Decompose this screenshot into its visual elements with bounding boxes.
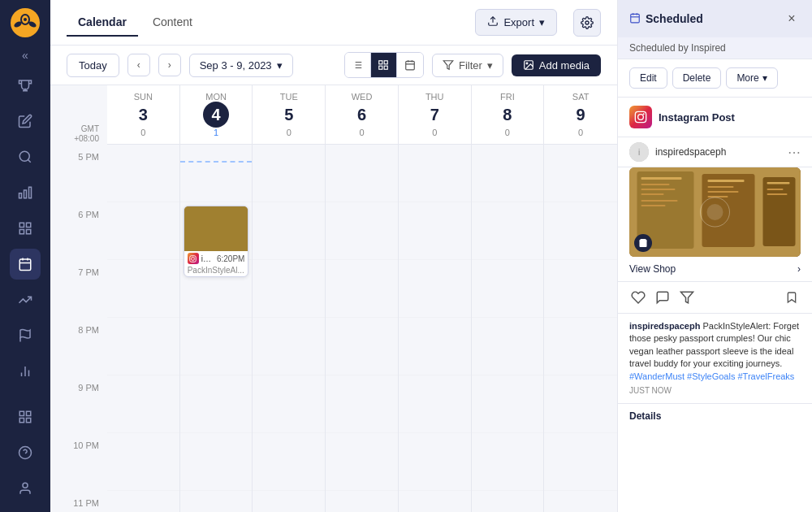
slot-tue-9pm[interactable] [253, 375, 325, 433]
slot-sun-8pm[interactable] [107, 318, 179, 375]
sidebar-item-calendar[interactable] [10, 249, 41, 280]
slot-mon-11pm[interactable] [180, 491, 253, 512]
slot-thu-11pm[interactable] [399, 491, 471, 512]
slot-mon-10pm[interactable] [180, 433, 253, 491]
edit-button[interactable]: Edit [629, 67, 667, 89]
slot-fri-5pm[interactable] [472, 145, 544, 202]
days-body: ins... 6:20PM PackInStyleAl... [107, 145, 617, 512]
slot-wed-5pm[interactable] [326, 145, 398, 202]
slot-thu-10pm[interactable] [399, 433, 471, 491]
slot-wed-8pm[interactable] [326, 318, 398, 375]
account-more-icon[interactable]: ⋯ [788, 145, 801, 160]
slot-thu-9pm[interactable] [399, 375, 471, 433]
sidebar-item-search[interactable] [10, 141, 41, 172]
sidebar-item-user[interactable] [10, 473, 41, 504]
view-shop-bar[interactable]: View Shop › [618, 257, 812, 282]
slot-sat-9pm[interactable] [544, 375, 617, 433]
more-chevron: ▾ [762, 72, 767, 84]
slot-mon-6pm[interactable]: ins... 6:20PM PackInStyleAl... [180, 202, 253, 260]
slot-tue-5pm[interactable] [253, 145, 325, 202]
slot-mon-9pm[interactable] [180, 375, 253, 433]
slot-sun-9pm[interactable] [107, 375, 179, 433]
post-actions [618, 282, 812, 314]
date-range-picker[interactable]: Sep 3 - 9, 2023 ▾ [189, 54, 293, 77]
filter-icon-btn[interactable] [678, 289, 696, 306]
slot-wed-9pm[interactable] [326, 375, 398, 433]
sidebar-item-flag[interactable] [10, 320, 41, 351]
save-button[interactable] [783, 289, 801, 306]
slot-tue-8pm[interactable] [253, 318, 325, 375]
next-button[interactable]: › [158, 54, 181, 76]
slot-fri-7pm[interactable] [472, 260, 544, 318]
slot-sat-11pm[interactable] [544, 491, 617, 512]
day-col-sun [107, 145, 180, 512]
tab-content[interactable]: Content [141, 9, 204, 37]
slot-thu-6pm[interactable] [399, 202, 471, 260]
sidebar-item-trophy[interactable] [10, 70, 41, 101]
current-time-line [180, 161, 253, 163]
slot-sun-5pm[interactable] [107, 145, 179, 202]
svg-rect-87 [767, 189, 784, 190]
slot-fri-8pm[interactable] [472, 318, 544, 375]
slot-fri-11pm[interactable] [472, 491, 544, 512]
sidebar-item-grid[interactable] [10, 213, 41, 244]
sidebar-item-analytics[interactable] [10, 177, 41, 208]
sidebar-item-help[interactable] [10, 437, 41, 468]
app-logo[interactable] [11, 8, 40, 37]
main-content: Calendar Content Export ▾ Today ‹ › Sep … [50, 0, 617, 512]
slot-fri-6pm[interactable] [472, 202, 544, 260]
sidebar-item-compose[interactable] [10, 106, 41, 137]
svg-point-31 [585, 21, 589, 24]
tab-calendar[interactable]: Calendar [67, 9, 138, 37]
slot-wed-6pm[interactable] [326, 202, 398, 260]
slot-mon-7pm[interactable] [180, 260, 253, 318]
slot-thu-5pm[interactable] [399, 145, 471, 202]
slot-sun-10pm[interactable] [107, 433, 179, 491]
more-button[interactable]: More ▾ [726, 67, 777, 89]
sidebar-item-apps[interactable] [10, 401, 41, 432]
slot-thu-7pm[interactable] [399, 260, 471, 318]
day-header-sat: SAT 9 0 [544, 85, 617, 144]
slot-sun-7pm[interactable] [107, 260, 179, 318]
day-header-thu: THU 7 0 [399, 85, 472, 144]
today-button[interactable]: Today [67, 54, 119, 77]
time-11pm: 11 PM [50, 497, 107, 512]
slot-sat-7pm[interactable] [544, 260, 617, 318]
sidebar-item-trends[interactable] [10, 284, 41, 315]
slot-sun-11pm[interactable] [107, 491, 179, 512]
panel-close-button[interactable]: × [783, 10, 801, 28]
heart-button[interactable] [629, 289, 647, 306]
slot-sun-6pm[interactable] [107, 202, 179, 260]
slot-fri-10pm[interactable] [472, 433, 544, 491]
sidebar-collapse-btn[interactable]: « [22, 49, 28, 62]
slot-wed-11pm[interactable] [326, 491, 398, 512]
slot-sat-10pm[interactable] [544, 433, 617, 491]
slot-mon-8pm[interactable] [180, 318, 253, 375]
slot-thu-8pm[interactable] [399, 318, 471, 375]
slot-mon-5pm[interactable] [180, 145, 253, 202]
list-view-btn[interactable] [345, 53, 371, 77]
slot-sat-5pm[interactable] [544, 145, 617, 202]
prev-button[interactable]: ‹ [127, 54, 150, 76]
comment-button[interactable] [654, 289, 672, 306]
slot-tue-10pm[interactable] [253, 433, 325, 491]
grid-view-btn[interactable] [371, 53, 397, 77]
export-button[interactable]: Export ▾ [475, 9, 557, 36]
sidebar-item-reports[interactable] [10, 356, 41, 387]
slot-tue-6pm[interactable] [253, 202, 325, 260]
settings-button[interactable] [573, 9, 601, 37]
slot-wed-7pm[interactable] [326, 260, 398, 318]
slot-sat-8pm[interactable] [544, 318, 617, 375]
slot-tue-11pm[interactable] [253, 491, 325, 512]
add-media-button[interactable]: Add media [512, 54, 601, 76]
slot-fri-9pm[interactable] [472, 375, 544, 433]
slot-tue-7pm[interactable] [253, 260, 325, 318]
panel-scroll: Instagram Post i inspiredspaceph ⋯ [618, 98, 812, 512]
filter-button[interactable]: Filter ▾ [432, 54, 503, 77]
svg-rect-15 [19, 259, 31, 271]
calendar-view-btn[interactable] [397, 53, 423, 77]
delete-button[interactable]: Delete [672, 67, 722, 89]
calendar-toolbar: Today ‹ › Sep 3 - 9, 2023 ▾ Filter ▾ Ad [50, 46, 617, 85]
slot-sat-6pm[interactable] [544, 202, 617, 260]
slot-wed-10pm[interactable] [326, 433, 398, 491]
